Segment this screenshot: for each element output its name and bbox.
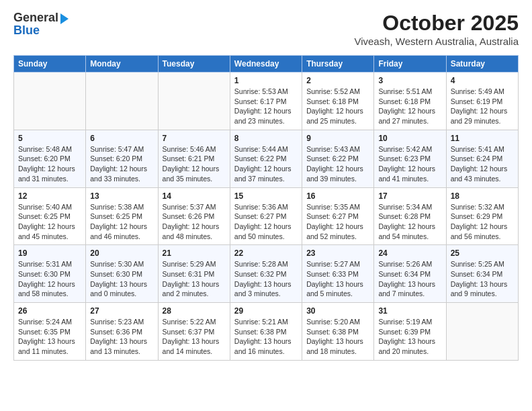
day-number: 9 bbox=[306, 134, 369, 143]
calendar-cell: 24Sunrise: 5:26 AMSunset: 6:34 PMDayligh… bbox=[374, 245, 446, 303]
day-info: Sunrise: 5:28 AMSunset: 6:32 PMDaylight:… bbox=[234, 259, 298, 299]
day-number: 1 bbox=[234, 76, 298, 85]
day-info: Sunrise: 5:52 AMSunset: 6:18 PMDaylight:… bbox=[306, 87, 369, 126]
weekday-header-friday: Friday bbox=[374, 56, 446, 73]
logo-general: General bbox=[13, 11, 58, 25]
day-info: Sunrise: 5:25 AMSunset: 6:34 PMDaylight:… bbox=[451, 259, 514, 299]
day-number: 3 bbox=[378, 76, 441, 85]
day-info: Sunrise: 5:36 AMSunset: 6:27 PMDaylight:… bbox=[234, 202, 298, 242]
calendar-cell: 9Sunrise: 5:43 AMSunset: 6:22 PMDaylight… bbox=[302, 130, 374, 187]
day-info: Sunrise: 5:51 AMSunset: 6:18 PMDaylight:… bbox=[378, 87, 441, 126]
calendar-cell: 21Sunrise: 5:29 AMSunset: 6:31 PMDayligh… bbox=[158, 245, 230, 303]
page-header: General Blue October 2025 Viveash, Weste… bbox=[13, 11, 519, 47]
weekday-header-saturday: Saturday bbox=[446, 56, 518, 73]
logo-arrow-icon bbox=[60, 13, 69, 24]
day-number: 28 bbox=[163, 306, 226, 316]
calendar-week-row: 12Sunrise: 5:40 AMSunset: 6:25 PMDayligh… bbox=[14, 187, 519, 245]
calendar-cell: 11Sunrise: 5:41 AMSunset: 6:24 PMDayligh… bbox=[446, 130, 518, 187]
day-info: Sunrise: 5:27 AMSunset: 6:33 PMDaylight:… bbox=[306, 259, 369, 299]
calendar-week-row: 26Sunrise: 5:24 AMSunset: 6:35 PMDayligh… bbox=[14, 303, 519, 361]
day-number: 12 bbox=[18, 191, 81, 201]
calendar-cell: 3Sunrise: 5:51 AMSunset: 6:18 PMDaylight… bbox=[374, 73, 446, 130]
calendar-cell bbox=[446, 303, 518, 361]
day-info: Sunrise: 5:30 AMSunset: 6:30 PMDaylight:… bbox=[90, 259, 153, 299]
day-number: 21 bbox=[163, 248, 226, 258]
day-info: Sunrise: 5:29 AMSunset: 6:31 PMDaylight:… bbox=[163, 259, 226, 299]
day-info: Sunrise: 5:38 AMSunset: 6:25 PMDaylight:… bbox=[90, 202, 153, 242]
day-number: 2 bbox=[306, 76, 369, 85]
calendar-cell: 2Sunrise: 5:52 AMSunset: 6:18 PMDaylight… bbox=[302, 73, 374, 130]
calendar-cell: 5Sunrise: 5:48 AMSunset: 6:20 PMDaylight… bbox=[14, 130, 86, 187]
day-number: 4 bbox=[451, 76, 514, 85]
calendar-cell: 1Sunrise: 5:53 AMSunset: 6:17 PMDaylight… bbox=[230, 73, 302, 130]
logo-blue-text: Blue bbox=[13, 24, 40, 38]
day-info: Sunrise: 5:44 AMSunset: 6:22 PMDaylight:… bbox=[234, 144, 298, 184]
day-info: Sunrise: 5:35 AMSunset: 6:27 PMDaylight:… bbox=[306, 202, 369, 242]
day-number: 11 bbox=[451, 134, 514, 143]
calendar-cell bbox=[14, 73, 86, 130]
calendar-cell: 17Sunrise: 5:34 AMSunset: 6:28 PMDayligh… bbox=[374, 187, 446, 245]
day-number: 26 bbox=[18, 306, 81, 316]
day-number: 23 bbox=[306, 248, 369, 258]
calendar-cell: 4Sunrise: 5:49 AMSunset: 6:19 PMDaylight… bbox=[446, 73, 518, 130]
day-number: 8 bbox=[234, 134, 298, 143]
day-number: 10 bbox=[378, 134, 441, 143]
calendar-cell: 30Sunrise: 5:20 AMSunset: 6:38 PMDayligh… bbox=[302, 303, 374, 361]
page-title: October 2025 bbox=[354, 11, 519, 36]
calendar-cell: 23Sunrise: 5:27 AMSunset: 6:33 PMDayligh… bbox=[302, 245, 374, 303]
day-number: 17 bbox=[378, 191, 441, 201]
title-block: October 2025 Viveash, Western Australia,… bbox=[354, 11, 519, 47]
day-info: Sunrise: 5:23 AMSunset: 6:36 PMDaylight:… bbox=[90, 317, 153, 357]
day-number: 5 bbox=[18, 134, 81, 143]
day-info: Sunrise: 5:46 AMSunset: 6:21 PMDaylight:… bbox=[163, 144, 226, 184]
day-info: Sunrise: 5:53 AMSunset: 6:17 PMDaylight:… bbox=[234, 87, 298, 126]
day-number: 6 bbox=[90, 134, 153, 143]
day-number: 13 bbox=[90, 191, 153, 201]
weekday-header-row: SundayMondayTuesdayWednesdayThursdayFrid… bbox=[14, 56, 519, 73]
day-info: Sunrise: 5:40 AMSunset: 6:25 PMDaylight:… bbox=[18, 202, 81, 242]
weekday-header-tuesday: Tuesday bbox=[158, 56, 230, 73]
day-info: Sunrise: 5:22 AMSunset: 6:37 PMDaylight:… bbox=[163, 317, 226, 357]
day-number: 25 bbox=[451, 248, 514, 258]
day-number: 27 bbox=[90, 306, 153, 316]
calendar-week-row: 19Sunrise: 5:31 AMSunset: 6:30 PMDayligh… bbox=[14, 245, 519, 303]
page-subtitle: Viveash, Western Australia, Australia bbox=[354, 36, 519, 47]
calendar-cell: 7Sunrise: 5:46 AMSunset: 6:21 PMDaylight… bbox=[158, 130, 230, 187]
day-number: 18 bbox=[451, 191, 514, 201]
day-info: Sunrise: 5:43 AMSunset: 6:22 PMDaylight:… bbox=[306, 144, 369, 184]
day-info: Sunrise: 5:24 AMSunset: 6:35 PMDaylight:… bbox=[18, 317, 81, 357]
day-info: Sunrise: 5:31 AMSunset: 6:30 PMDaylight:… bbox=[18, 259, 81, 299]
day-number: 30 bbox=[306, 306, 369, 316]
calendar-cell: 19Sunrise: 5:31 AMSunset: 6:30 PMDayligh… bbox=[14, 245, 86, 303]
calendar-cell: 10Sunrise: 5:42 AMSunset: 6:23 PMDayligh… bbox=[374, 130, 446, 187]
weekday-header-thursday: Thursday bbox=[302, 56, 374, 73]
day-info: Sunrise: 5:37 AMSunset: 6:26 PMDaylight:… bbox=[163, 202, 226, 242]
calendar-cell: 6Sunrise: 5:47 AMSunset: 6:20 PMDaylight… bbox=[86, 130, 158, 187]
calendar-cell: 25Sunrise: 5:25 AMSunset: 6:34 PMDayligh… bbox=[446, 245, 518, 303]
calendar-cell: 22Sunrise: 5:28 AMSunset: 6:32 PMDayligh… bbox=[230, 245, 302, 303]
day-number: 14 bbox=[163, 191, 226, 201]
weekday-header-wednesday: Wednesday bbox=[230, 56, 302, 73]
calendar-week-row: 5Sunrise: 5:48 AMSunset: 6:20 PMDaylight… bbox=[14, 130, 519, 187]
day-number: 7 bbox=[163, 134, 226, 143]
weekday-header-monday: Monday bbox=[86, 56, 158, 73]
calendar-cell: 14Sunrise: 5:37 AMSunset: 6:26 PMDayligh… bbox=[158, 187, 230, 245]
day-number: 19 bbox=[18, 248, 81, 258]
day-info: Sunrise: 5:49 AMSunset: 6:19 PMDaylight:… bbox=[451, 87, 514, 126]
calendar-cell: 13Sunrise: 5:38 AMSunset: 6:25 PMDayligh… bbox=[86, 187, 158, 245]
calendar-cell: 26Sunrise: 5:24 AMSunset: 6:35 PMDayligh… bbox=[14, 303, 86, 361]
day-info: Sunrise: 5:20 AMSunset: 6:38 PMDaylight:… bbox=[306, 317, 369, 357]
calendar-table: SundayMondayTuesdayWednesdayThursdayFrid… bbox=[13, 55, 519, 361]
day-info: Sunrise: 5:41 AMSunset: 6:24 PMDaylight:… bbox=[451, 144, 514, 184]
day-info: Sunrise: 5:34 AMSunset: 6:28 PMDaylight:… bbox=[378, 202, 441, 242]
day-number: 31 bbox=[378, 306, 441, 316]
weekday-header-sunday: Sunday bbox=[14, 56, 86, 73]
day-info: Sunrise: 5:21 AMSunset: 6:38 PMDaylight:… bbox=[234, 317, 298, 357]
calendar-cell: 15Sunrise: 5:36 AMSunset: 6:27 PMDayligh… bbox=[230, 187, 302, 245]
day-number: 15 bbox=[234, 191, 298, 201]
day-info: Sunrise: 5:32 AMSunset: 6:29 PMDaylight:… bbox=[451, 202, 514, 242]
day-number: 16 bbox=[306, 191, 369, 201]
day-number: 22 bbox=[234, 248, 298, 258]
logo: General Blue bbox=[13, 11, 69, 38]
calendar-cell: 12Sunrise: 5:40 AMSunset: 6:25 PMDayligh… bbox=[14, 187, 86, 245]
